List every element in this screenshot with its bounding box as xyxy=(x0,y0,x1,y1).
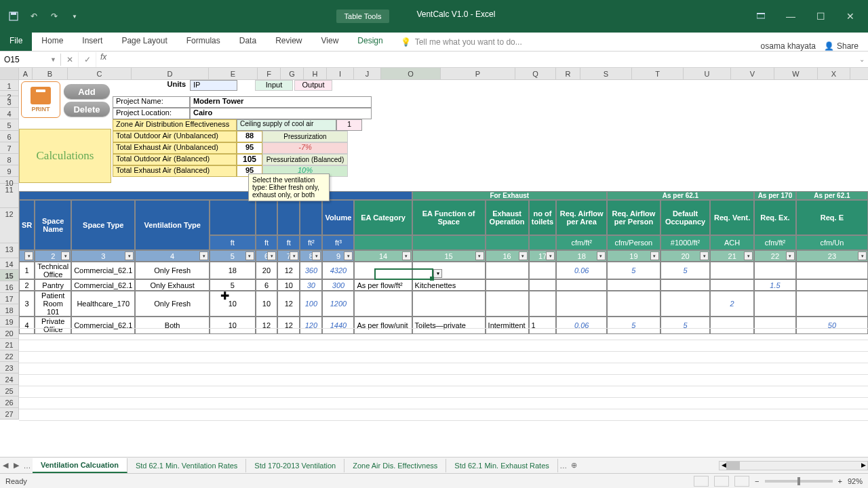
tab-view[interactable]: View xyxy=(312,32,349,51)
column-header[interactable]: R xyxy=(556,68,580,79)
table-cell[interactable] xyxy=(607,291,660,317)
table-cell[interactable]: 300 xyxy=(322,279,354,291)
table-cell[interactable]: 5 xyxy=(210,279,256,291)
row-header[interactable]: 8 xyxy=(0,154,19,165)
project-name-value[interactable]: Modern Tower xyxy=(190,96,372,108)
row-header[interactable]: 4 xyxy=(0,108,19,119)
new-sheet-icon[interactable]: ⊕ xyxy=(569,461,580,470)
table-cell[interactable] xyxy=(556,279,606,291)
table-cell[interactable]: 1200 xyxy=(322,291,354,317)
table-cell[interactable] xyxy=(529,279,557,291)
sheet-prev-icon[interactable]: ◀ xyxy=(0,461,11,470)
fx-icon[interactable]: fx xyxy=(96,52,111,67)
enter-formula-icon[interactable]: ✓ xyxy=(79,52,96,67)
table-cell[interactable]: Commercial_62.1 xyxy=(71,279,135,291)
save-icon[interactable] xyxy=(5,8,22,24)
table-cell[interactable]: 6 xyxy=(256,279,278,291)
row-header[interactable]: 15 xyxy=(0,270,19,281)
column-header[interactable]: I xyxy=(327,68,354,79)
zoom-out-icon[interactable]: − xyxy=(755,477,759,485)
row-header[interactable]: 20 xyxy=(0,327,19,339)
row-header[interactable]: 3 xyxy=(0,96,19,108)
filter-icon[interactable]: ▾ xyxy=(546,251,555,260)
close-icon[interactable]: ✕ xyxy=(837,7,864,26)
column-header[interactable]: J xyxy=(354,68,381,79)
column-header[interactable]: H xyxy=(304,68,327,79)
table-cell[interactable] xyxy=(796,291,868,317)
chevron-down-icon[interactable]: ▼ xyxy=(50,56,56,63)
zoom-level[interactable]: 92% xyxy=(848,477,863,485)
row-header[interactable]: 10 xyxy=(0,177,19,184)
filter-icon[interactable]: ▾ xyxy=(61,251,70,260)
column-header[interactable]: F xyxy=(258,68,281,79)
row-header[interactable]: 13 xyxy=(0,243,19,258)
table-cell[interactable]: Kitchenettes xyxy=(412,279,486,291)
column-header[interactable]: O xyxy=(381,68,441,79)
table-cell[interactable] xyxy=(486,279,529,291)
table-cell[interactable]: 2 xyxy=(710,291,754,317)
normal-view-icon[interactable] xyxy=(694,476,709,487)
row-header[interactable]: 25 xyxy=(0,385,19,396)
empty-grid-rows[interactable] xyxy=(19,317,868,421)
filter-icon[interactable]: ▾ xyxy=(199,251,208,260)
column-header[interactable]: C xyxy=(68,68,132,79)
row-header[interactable]: 6 xyxy=(0,131,19,142)
table-cell[interactable]: Only Fresh xyxy=(135,291,210,317)
filter-icon[interactable]: ▾ xyxy=(650,251,659,260)
column-header[interactable]: X xyxy=(818,68,850,79)
add-button[interactable]: Add xyxy=(64,84,110,99)
row-header[interactable]: 14 xyxy=(0,258,19,270)
user-name[interactable]: osama khayata xyxy=(761,41,816,51)
qat-dropdown-icon[interactable]: ▼ xyxy=(66,8,83,24)
table-cell[interactable] xyxy=(354,262,412,279)
column-header[interactable]: D xyxy=(132,68,209,79)
table-cell[interactable]: 2 xyxy=(19,279,35,291)
row-header[interactable]: 26 xyxy=(0,396,19,408)
undo-icon[interactable]: ↶ xyxy=(26,8,42,24)
table-cell[interactable]: 30 xyxy=(300,279,322,291)
row-header[interactable]: 21 xyxy=(0,339,19,350)
share-button[interactable]: 👤 Share xyxy=(824,41,859,51)
row-header[interactable]: 23 xyxy=(0,362,19,373)
column-header[interactable]: S xyxy=(580,68,632,79)
table-cell[interactable] xyxy=(412,291,486,317)
tab-data[interactable]: Data xyxy=(230,32,266,51)
column-header[interactable]: W xyxy=(774,68,818,79)
row-header[interactable]: 9 xyxy=(0,165,19,177)
table-cell[interactable]: 0.06 xyxy=(556,262,606,279)
sheet-tab[interactable]: Zone Air Dis. Effectivness xyxy=(344,459,446,472)
filter-icon[interactable]: ▾ xyxy=(402,251,411,260)
column-header[interactable]: B xyxy=(33,68,68,79)
select-all-corner[interactable] xyxy=(0,68,19,79)
zade-value[interactable]: Ceiling supply of cool air xyxy=(237,119,336,131)
row-header[interactable]: 27 xyxy=(0,408,19,420)
table-cell[interactable]: 100 xyxy=(300,291,322,317)
worksheet-grid[interactable]: 1234567891011121314151617181920212223242… xyxy=(0,80,868,474)
table-cell[interactable]: Only Exhaust xyxy=(135,279,210,291)
filter-icon[interactable]: ▾ xyxy=(519,251,528,260)
zoom-in-icon[interactable]: + xyxy=(838,477,842,485)
tab-page-layout[interactable]: Page Layout xyxy=(112,32,176,51)
table-cell[interactable]: 10 xyxy=(256,291,278,317)
formula-input[interactable] xyxy=(111,54,856,66)
table-cell[interactable] xyxy=(529,291,557,317)
table-cell[interactable]: 20 xyxy=(256,262,278,279)
table-cell[interactable]: Healthcare_170 xyxy=(71,291,135,317)
tab-insert[interactable]: Insert xyxy=(73,32,112,51)
row-header[interactable]: 11 xyxy=(0,184,19,208)
table-cell[interactable]: 12 xyxy=(277,262,300,279)
filter-icon[interactable]: ▾ xyxy=(786,251,795,260)
filter-icon[interactable]: ▾ xyxy=(245,251,254,260)
filter-icon[interactable]: ▾ xyxy=(125,251,134,260)
print-button[interactable]: PRINT xyxy=(21,81,60,118)
table-cell[interactable]: Only Fresh xyxy=(135,262,210,279)
table-cell[interactable]: 1.5 xyxy=(754,279,796,291)
column-header[interactable]: Q xyxy=(515,68,556,79)
table-cell[interactable] xyxy=(710,279,754,291)
row-header[interactable]: 18 xyxy=(0,304,19,316)
table-cell[interactable]: 5 xyxy=(660,262,710,279)
tab-design[interactable]: Design xyxy=(348,32,392,51)
table-cell[interactable]: 360 xyxy=(300,262,322,279)
table-cell[interactable]: 10 xyxy=(210,291,256,317)
table-cell[interactable]: Technical Office xyxy=(35,262,71,279)
